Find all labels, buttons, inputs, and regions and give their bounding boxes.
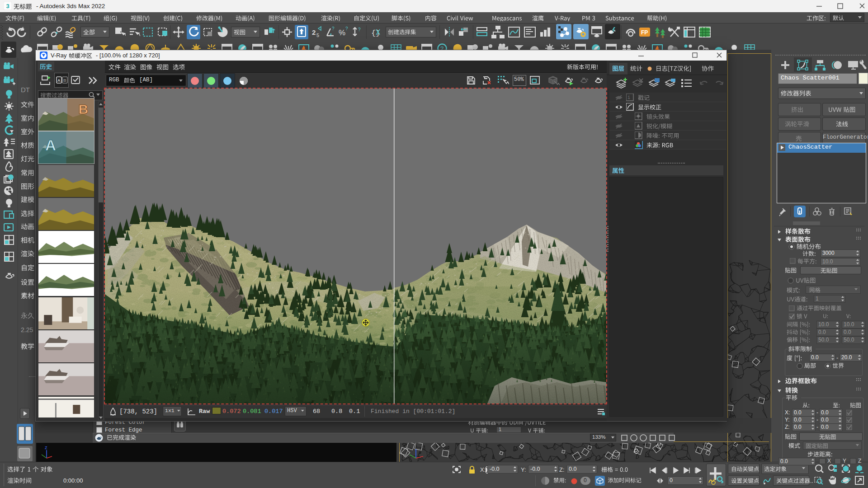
svg-text:2: 2 <box>312 28 316 36</box>
svg-text:3: 3 <box>6 3 9 9</box>
svg-text:i: i <box>627 95 630 100</box>
svg-text:FP: FP <box>641 29 648 36</box>
svg-text:Z: Z <box>45 446 47 450</box>
svg-text:{: { <box>371 29 376 38</box>
svg-text:5: 5 <box>316 33 319 38</box>
svg-text:A: A <box>45 136 57 154</box>
svg-text:B: B <box>63 78 66 83</box>
svg-text:%: % <box>339 28 345 37</box>
svg-text:?: ? <box>345 26 348 31</box>
svg-text:?: ? <box>332 26 335 31</box>
svg-text:A: A <box>57 78 61 83</box>
svg-text:B: B <box>79 102 89 117</box>
svg-text:?: ? <box>358 27 361 32</box>
